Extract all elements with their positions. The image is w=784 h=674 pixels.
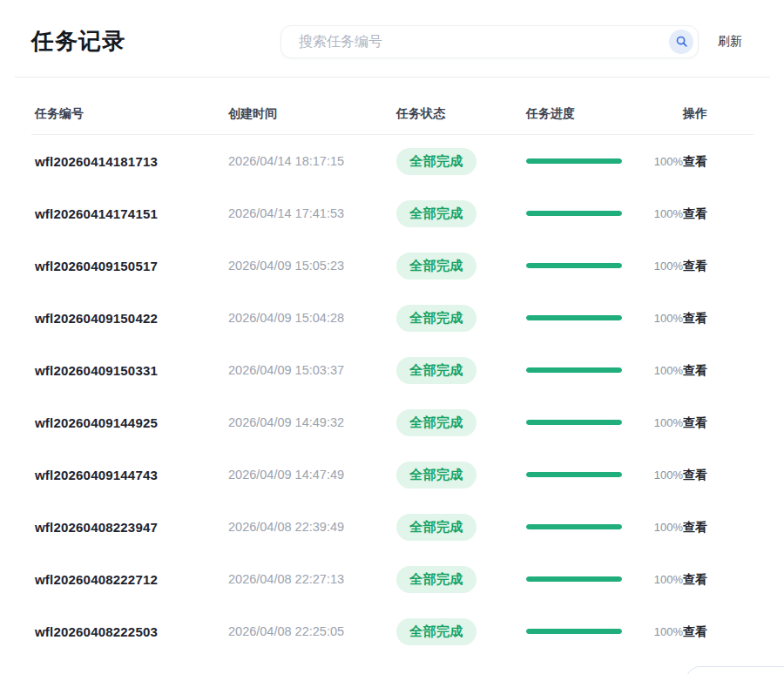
created-time: 2026/04/09 15:04:28 bbox=[228, 311, 396, 325]
status-badge: 全部完成 bbox=[396, 357, 476, 384]
created-time: 2026/04/09 14:49:32 bbox=[228, 415, 396, 429]
task-id: wfl20260409150422 bbox=[35, 311, 228, 326]
created-time: 2026/04/09 14:47:49 bbox=[228, 468, 396, 482]
view-link[interactable]: 查看 bbox=[683, 206, 707, 220]
progress-percent: 100% bbox=[642, 521, 683, 534]
progress-bar bbox=[526, 263, 622, 268]
progress-percent: 100% bbox=[642, 468, 683, 482]
view-link[interactable]: 查看 bbox=[683, 259, 707, 273]
created-time: 2026/04/14 17:41:53 bbox=[228, 206, 396, 220]
table-row: wfl20260408222503 2026/04/08 22:25:05 全部… bbox=[0, 605, 784, 657]
status-badge: 全部完成 bbox=[396, 618, 476, 645]
progress-bar bbox=[526, 420, 622, 425]
floating-widget[interactable] bbox=[686, 666, 784, 674]
progress-percent: 100% bbox=[642, 312, 683, 325]
table-row: wfl20260408222712 2026/04/08 22:27:13 全部… bbox=[0, 553, 784, 605]
created-time: 2026/04/14 18:17:15 bbox=[228, 154, 396, 168]
status-badge: 全部完成 bbox=[396, 514, 476, 541]
task-id: wfl20260408222503 bbox=[35, 624, 228, 639]
status-badge: 全部完成 bbox=[396, 462, 476, 489]
search-icon bbox=[675, 35, 688, 48]
view-link[interactable]: 查看 bbox=[683, 572, 707, 586]
progress-percent: 100% bbox=[642, 259, 683, 273]
task-id: wfl20260409150517 bbox=[35, 259, 228, 273]
progress-percent: 100% bbox=[642, 364, 683, 377]
view-link[interactable]: 查看 bbox=[683, 520, 707, 534]
progress-bar bbox=[526, 472, 622, 477]
progress-percent: 100% bbox=[642, 416, 683, 429]
column-header-progress: 任务进度 bbox=[526, 106, 683, 122]
progress-bar bbox=[526, 629, 622, 634]
status-badge: 全部完成 bbox=[396, 566, 476, 593]
search-input[interactable] bbox=[299, 34, 669, 50]
column-header-created-time: 创建时间 bbox=[228, 106, 396, 122]
table-header-row: 任务编号 创建时间 任务状态 任务进度 操作 bbox=[0, 78, 784, 135]
task-id: wfl20260409144743 bbox=[35, 468, 228, 482]
progress-percent: 100% bbox=[642, 625, 683, 638]
status-badge: 全部完成 bbox=[396, 148, 476, 175]
progress-percent: 100% bbox=[642, 155, 683, 168]
task-id: wfl20260408222712 bbox=[35, 572, 228, 587]
view-link[interactable]: 查看 bbox=[683, 468, 707, 482]
task-id: wfl20260414174151 bbox=[35, 206, 228, 221]
task-table: 任务编号 创建时间 任务状态 任务进度 操作 wfl20260414181713… bbox=[0, 78, 784, 657]
progress-bar bbox=[526, 524, 622, 529]
progress-bar bbox=[526, 211, 622, 216]
task-id: wfl20260414181713 bbox=[35, 154, 228, 169]
progress-percent: 100% bbox=[642, 573, 683, 586]
search-button[interactable] bbox=[669, 30, 693, 54]
status-badge: 全部完成 bbox=[396, 253, 476, 280]
status-badge: 全部完成 bbox=[396, 305, 476, 332]
table-row: wfl20260414174151 2026/04/14 17:41:53 全部… bbox=[0, 187, 784, 239]
table-row: wfl20260409150422 2026/04/09 15:04:28 全部… bbox=[0, 292, 784, 344]
column-header-task-id: 任务编号 bbox=[35, 106, 228, 122]
task-id: wfl20260409144925 bbox=[35, 415, 228, 430]
progress-bar bbox=[526, 158, 622, 164]
view-link[interactable]: 查看 bbox=[683, 363, 707, 377]
view-link[interactable]: 查看 bbox=[683, 154, 707, 168]
progress-bar bbox=[526, 576, 622, 582]
refresh-button[interactable]: 刷新 bbox=[718, 34, 742, 50]
table-row: wfl20260414181713 2026/04/14 18:17:15 全部… bbox=[0, 135, 784, 187]
status-badge: 全部完成 bbox=[396, 409, 476, 436]
progress-percent: 100% bbox=[642, 207, 683, 220]
created-time: 2026/04/08 22:39:49 bbox=[228, 520, 396, 534]
created-time: 2026/04/09 15:05:23 bbox=[228, 259, 396, 273]
progress-bar bbox=[526, 315, 622, 320]
task-id: wfl20260409150331 bbox=[35, 363, 228, 378]
table-row: wfl20260409144743 2026/04/09 14:47:49 全部… bbox=[0, 448, 784, 501]
view-link[interactable]: 查看 bbox=[683, 311, 707, 325]
status-badge: 全部完成 bbox=[396, 200, 476, 227]
created-time: 2026/04/09 15:03:37 bbox=[228, 363, 396, 377]
table-row: wfl20260408223947 2026/04/08 22:39:49 全部… bbox=[0, 501, 784, 553]
page-header: 任务记录 刷新 bbox=[0, 0, 784, 78]
created-time: 2026/04/08 22:25:05 bbox=[228, 624, 396, 638]
view-link[interactable]: 查看 bbox=[683, 415, 707, 429]
table-row: wfl20260409144925 2026/04/09 14:49:32 全部… bbox=[0, 396, 784, 448]
column-header-status: 任务状态 bbox=[396, 106, 526, 122]
search-bar bbox=[280, 25, 699, 58]
column-header-action: 操作 bbox=[683, 106, 763, 122]
table-row: wfl20260409150331 2026/04/09 15:03:37 全部… bbox=[0, 344, 784, 396]
task-id: wfl20260408223947 bbox=[35, 520, 228, 535]
view-link[interactable]: 查看 bbox=[683, 624, 707, 638]
table-row: wfl20260409150517 2026/04/09 15:05:23 全部… bbox=[0, 239, 784, 292]
created-time: 2026/04/08 22:27:13 bbox=[228, 572, 396, 586]
page-title: 任务记录 bbox=[31, 26, 125, 57]
progress-bar bbox=[526, 367, 622, 373]
